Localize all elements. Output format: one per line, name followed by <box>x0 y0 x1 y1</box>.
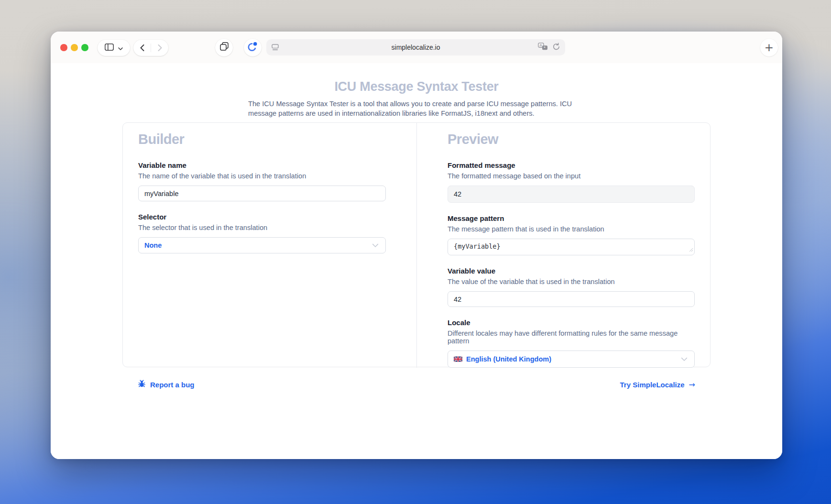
report-bug-label: Report a bug <box>150 381 195 389</box>
tester-card: Builder Variable name The name of the va… <box>122 122 711 367</box>
sidebar-toggle-button[interactable] <box>98 40 130 56</box>
locale-label: Locale <box>448 318 695 327</box>
extension-icon <box>247 41 258 54</box>
resize-handle-icon[interactable] <box>689 245 693 254</box>
minimize-button[interactable] <box>71 44 78 51</box>
message-pattern-label: Message pattern <box>448 214 695 222</box>
footer: Report a bug Try SimpleLocalize → <box>122 380 711 389</box>
selector-dropdown[interactable]: None <box>138 237 386 253</box>
variable-name-label: Variable name <box>138 161 386 169</box>
chevron-down-icon <box>372 241 379 250</box>
message-pattern-textarea[interactable]: {myVariable} <box>448 239 695 255</box>
browser-toolbar: simplelocalize.io A * <box>51 32 782 63</box>
locale-value: English (United Kingdom) <box>466 355 551 363</box>
message-pattern-description: The message pattern that is used in the … <box>448 225 695 233</box>
translate-icon[interactable]: A * <box>538 43 548 53</box>
page-content: ICU Message Syntax Tester The ICU Messag… <box>51 63 782 459</box>
selector-field: Selector The selector that is used in th… <box>138 213 386 253</box>
builder-panel: Builder Variable name The name of the va… <box>123 123 416 368</box>
nav-buttons <box>133 40 168 56</box>
formatted-message-label: Formatted message <box>448 161 695 169</box>
variable-name-input[interactable] <box>138 186 386 201</box>
formatted-message-value: 42 <box>454 190 461 198</box>
formatted-message-output: 42 <box>448 186 695 203</box>
tab-overview-button[interactable] <box>215 39 233 56</box>
try-simplelocalize-link[interactable]: Try SimpleLocalize → <box>620 380 695 389</box>
try-simplelocalize-label: Try SimpleLocalize <box>620 381 685 389</box>
svg-text:A: A <box>540 43 542 47</box>
new-tab-button[interactable]: + <box>760 39 778 56</box>
selector-value: None <box>144 241 162 249</box>
variable-value-field: Variable value The value of the variable… <box>448 267 695 307</box>
chevron-down-icon <box>118 44 123 52</box>
chevron-down-icon <box>681 355 688 363</box>
sidebar-icon <box>105 44 114 53</box>
copy-icon <box>220 42 229 53</box>
builder-heading: Builder <box>138 131 386 147</box>
message-pattern-field: Message pattern The message pattern that… <box>448 214 695 255</box>
formatted-message-field: Formatted message The formatted message … <box>448 161 695 203</box>
zoom-button[interactable] <box>81 44 88 51</box>
desktop-wallpaper: simplelocalize.io A * <box>0 0 831 504</box>
report-bug-link[interactable]: Report a bug <box>138 380 195 389</box>
arrow-right-icon: → <box>689 380 695 389</box>
plus-icon: + <box>765 42 774 53</box>
variable-name-field: Variable name The name of the variable t… <box>138 161 386 201</box>
back-button[interactable] <box>133 40 151 56</box>
extension-button[interactable] <box>244 39 262 56</box>
formatted-message-description: The formatted message based on the input <box>448 172 695 180</box>
page-settings-icon[interactable] <box>272 44 279 53</box>
page-subtitle: The ICU Message Syntax Tester is a tool … <box>248 99 585 118</box>
variable-name-description: The name of the variable that is used in… <box>138 172 386 180</box>
browser-window: simplelocalize.io A * <box>51 32 782 459</box>
variable-value-label: Variable value <box>448 267 695 275</box>
selector-description: The selector that is used in the transla… <box>138 224 386 231</box>
locale-dropdown[interactable]: English (United Kingdom) <box>448 351 695 368</box>
forward-button[interactable] <box>151 40 168 56</box>
window-controls <box>60 44 88 51</box>
address-text: simplelocalize.io <box>266 44 565 51</box>
bug-icon <box>138 380 146 389</box>
close-button[interactable] <box>60 44 67 51</box>
address-bar[interactable]: simplelocalize.io A * <box>266 39 565 55</box>
variable-value-description: The value of the variable that is used i… <box>448 278 695 285</box>
svg-text:*: * <box>544 45 546 50</box>
preview-heading: Preview <box>448 131 695 147</box>
variable-value-input[interactable] <box>448 291 695 307</box>
page-title: ICU Message Syntax Tester <box>51 63 782 94</box>
locale-field: Locale Different locales may have differ… <box>448 318 695 368</box>
preview-panel: Preview Formatted message The formatted … <box>416 123 710 368</box>
locale-description: Different locales may have different for… <box>448 329 695 345</box>
selector-label: Selector <box>138 213 386 221</box>
reload-icon[interactable] <box>552 43 560 53</box>
uk-flag-icon <box>454 356 462 362</box>
